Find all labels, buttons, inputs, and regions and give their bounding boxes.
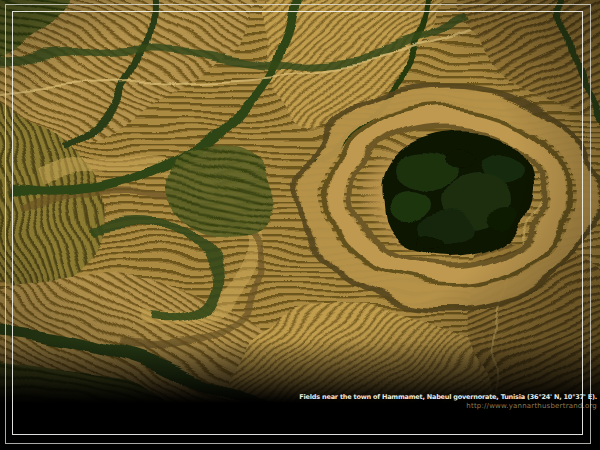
photo-credit-url: http://www.yannarthusbertrand.org [466, 402, 597, 410]
wallpaper-image: Fields near the town of Hammamet, Nabeul… [0, 0, 600, 450]
aerial-photo-fields [0, 0, 600, 403]
photo-caption: Fields near the town of Hammamet, Nabeul… [299, 393, 597, 401]
